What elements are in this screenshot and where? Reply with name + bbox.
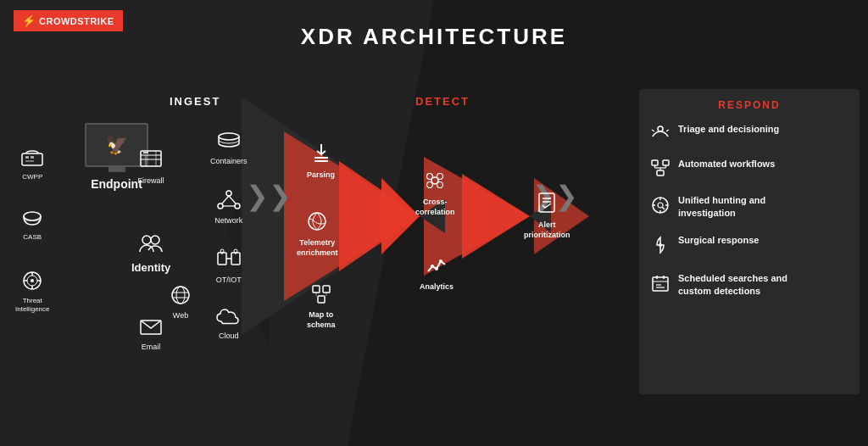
svg-rect-40: [218, 253, 226, 265]
surgical-icon: [651, 236, 670, 259]
cloud-icon: [210, 308, 248, 330]
casb-icon: [21, 209, 43, 231]
falcon-icon: 🦅: [105, 134, 128, 156]
svg-rect-71: [657, 170, 664, 176]
ingest-item-identity: Identity: [131, 231, 170, 274]
respond-item-scheduled: Scheduled searches andcustom detections: [651, 272, 848, 298]
svg-point-59: [437, 182, 443, 188]
telemetry-icon: [297, 210, 338, 236]
detect-item-telemetry: Telemetryenrichment: [297, 210, 338, 258]
svg-point-62: [439, 259, 442, 263]
ingest-item-web: Web: [170, 284, 192, 320]
svg-rect-41: [231, 253, 240, 265]
ingest-right-col: Containers Network OT/IOT Cloud: [210, 131, 248, 340]
cloud-label: Cloud: [210, 332, 248, 340]
ingest-item-cloud: Cloud: [210, 308, 248, 340]
page-title: XDR ARCHITECTURE: [0, 24, 868, 50]
section-label-detect: DETECT: [415, 95, 470, 108]
svg-point-56: [427, 174, 433, 180]
identity-label: Identity: [131, 261, 170, 274]
svg-point-58: [427, 182, 433, 188]
respond-section-label: RESPOND: [651, 99, 848, 111]
svg-rect-70: [663, 160, 669, 165]
alert-priority-icon: [524, 191, 570, 218]
svg-marker-5: [462, 174, 530, 259]
detect-item-cross-correlation: Cross-correlation: [415, 170, 455, 217]
web-label: Web: [170, 311, 192, 320]
analytics-icon: [420, 254, 453, 280]
svg-rect-10: [22, 153, 42, 165]
svg-rect-84: [653, 277, 668, 291]
svg-point-26: [142, 236, 151, 244]
svg-point-60: [431, 265, 434, 268]
email-icon: [131, 318, 170, 340]
svg-line-37: [222, 196, 229, 203]
cwpp-icon: [21, 148, 43, 171]
svg-line-82: [662, 207, 665, 209]
email-label: Email: [131, 343, 170, 351]
svg-point-57: [437, 174, 443, 180]
ingest-item-network: Network: [210, 189, 248, 225]
detect-item-analytics: Analytics: [420, 254, 453, 291]
network-icon: [210, 189, 248, 215]
svg-rect-50: [313, 286, 320, 293]
scheduled-icon: [651, 274, 670, 297]
svg-point-61: [435, 267, 438, 270]
parsing-label: Parsing: [307, 170, 335, 179]
network-label: Network: [210, 216, 248, 225]
ingest-item-casb: CASB: [15, 209, 49, 241]
workflows-label: Automated workflows: [678, 158, 775, 170]
firewall-label: Firewall: [131, 176, 170, 185]
svg-point-66: [658, 126, 663, 131]
ingest-item-containers: Containers: [210, 131, 248, 165]
threat-intel-label: ThreatIntelligence: [15, 297, 49, 315]
svg-rect-69: [652, 160, 658, 165]
ingest-left-col: CWPP CASB ThreatIntelligence: [15, 148, 49, 315]
svg-rect-11: [25, 156, 29, 159]
containers-icon: [210, 131, 248, 155]
analytics-label: Analytics: [420, 282, 453, 291]
telemetry-label: Telemetryenrichment: [297, 238, 338, 258]
ingest-item-firewall: Firewall: [131, 148, 170, 185]
surgical-label: Surgical response: [678, 234, 759, 247]
svg-marker-3: [381, 178, 420, 254]
ingest-item-email: Email: [131, 318, 170, 351]
svg-point-83: [659, 243, 662, 247]
detect-item-map-schema: Map toschema: [307, 284, 336, 330]
svg-point-36: [235, 203, 240, 209]
ingest-center-col: Firewall Identity Email: [131, 148, 170, 351]
svg-point-27: [151, 236, 159, 244]
triage-label: Triage and decisioning: [678, 123, 779, 136]
threat-intel-icon: [21, 270, 43, 295]
ingest-item-otiot: OT/IOT: [210, 248, 248, 284]
cross-correlation-label: Cross-correlation: [415, 198, 455, 217]
respond-section: RESPOND Triage and decisioning Automated…: [639, 89, 860, 394]
svg-line-68: [666, 130, 669, 131]
otiot-icon: [210, 248, 248, 274]
ingest-item-cwpp: CWPP: [15, 148, 49, 181]
map-schema-icon: [307, 284, 336, 308]
otiot-label: OT/IOT: [210, 276, 248, 284]
svg-point-30: [176, 287, 185, 304]
detect-item-alert-priority: Alertprioritization: [524, 191, 570, 240]
section-label-ingest: INGEST: [170, 95, 220, 108]
hunting-icon: [651, 196, 670, 219]
svg-point-29: [172, 287, 189, 304]
svg-point-14: [24, 212, 41, 220]
svg-rect-13: [25, 160, 34, 162]
svg-rect-63: [539, 193, 554, 212]
chevron-arrow-1: ❯❯: [246, 182, 292, 209]
scheduled-label: Scheduled searches andcustom detections: [678, 272, 787, 298]
triage-icon: [651, 125, 670, 144]
svg-point-18: [31, 279, 34, 282]
respond-item-workflows: Automated workflows: [651, 158, 848, 181]
workflows-icon: [651, 159, 670, 181]
ingest-item-threat-intel: ThreatIntelligence: [15, 270, 49, 315]
respond-item-triage: Triage and decisioning: [651, 123, 848, 144]
svg-rect-52: [318, 296, 325, 303]
parsing-icon: [307, 142, 335, 168]
firewall-icon: [131, 148, 170, 174]
svg-point-34: [226, 191, 231, 196]
svg-line-38: [229, 196, 236, 203]
identity-icon: [131, 231, 170, 259]
